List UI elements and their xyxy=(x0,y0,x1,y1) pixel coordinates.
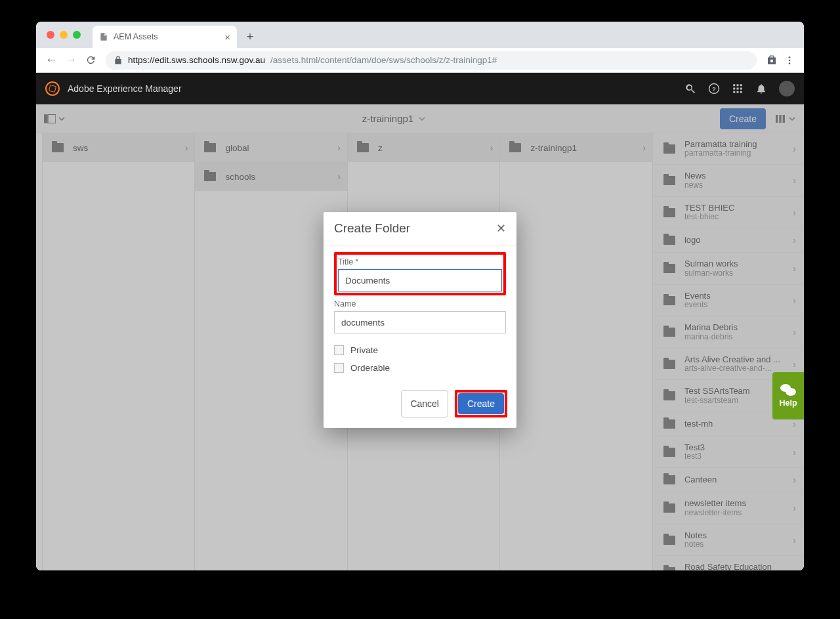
orderable-checkbox-row[interactable]: Orderable xyxy=(334,363,506,373)
url-field[interactable]: https://edit.sws.schools.nsw.gov.au/asse… xyxy=(106,51,757,70)
page-icon xyxy=(99,32,108,41)
dialog-create-button[interactable]: Create xyxy=(458,393,504,414)
svg-rect-13 xyxy=(740,91,742,93)
svg-rect-9 xyxy=(737,88,739,90)
reload-button[interactable] xyxy=(81,51,100,70)
browser-window: AEM Assets × + ← → https://edit.sws.scho… xyxy=(36,22,804,570)
apps-grid-icon[interactable] xyxy=(732,83,744,95)
dialog-close-icon[interactable]: ✕ xyxy=(496,221,506,236)
browser-tab[interactable]: AEM Assets × xyxy=(93,26,237,48)
forward-button[interactable]: → xyxy=(61,51,81,70)
dialog-title: Create Folder xyxy=(334,221,410,236)
maximize-window-icon[interactable] xyxy=(73,31,81,39)
user-avatar[interactable] xyxy=(779,81,795,96)
product-name: Adobe Experience Manager xyxy=(68,83,182,94)
chat-icon xyxy=(780,384,796,396)
highlight-title-field: Title * xyxy=(334,252,506,295)
account-icon[interactable] xyxy=(766,54,778,66)
address-bar: ← → https://edit.sws.schools.nsw.gov.au/… xyxy=(36,48,804,73)
tab-strip: AEM Assets × + xyxy=(36,22,804,48)
new-tab-button[interactable]: + xyxy=(241,28,259,46)
svg-text:?: ? xyxy=(712,85,716,93)
aem-logo-icon[interactable] xyxy=(45,81,60,96)
svg-rect-5 xyxy=(733,84,735,86)
name-input[interactable] xyxy=(334,311,506,333)
highlight-create-button: Create xyxy=(455,390,507,417)
title-input[interactable] xyxy=(338,269,502,291)
private-checkbox-row[interactable]: Private xyxy=(334,345,506,355)
checkbox-icon[interactable] xyxy=(334,345,344,355)
lock-icon xyxy=(114,56,123,65)
title-label: Title * xyxy=(338,257,502,267)
bell-icon[interactable] xyxy=(755,83,767,95)
tab-title: AEM Assets xyxy=(114,32,158,41)
svg-rect-6 xyxy=(737,84,739,86)
search-icon[interactable] xyxy=(684,83,696,95)
url-path: /assets.html/content/dam/doe/sws/schools… xyxy=(270,55,497,65)
help-icon[interactable]: ? xyxy=(708,83,720,95)
svg-rect-11 xyxy=(733,91,735,93)
svg-point-1 xyxy=(789,59,791,61)
checkbox-icon[interactable] xyxy=(334,363,344,373)
window-controls[interactable] xyxy=(43,22,85,48)
close-window-icon[interactable] xyxy=(47,31,54,39)
help-fab[interactable]: Help xyxy=(772,372,804,419)
svg-point-0 xyxy=(789,56,791,58)
minimize-window-icon[interactable] xyxy=(60,31,68,39)
tab-close-icon[interactable]: × xyxy=(224,32,230,43)
svg-rect-7 xyxy=(740,84,742,86)
aem-header: Adobe Experience Manager ? xyxy=(36,73,804,104)
cancel-button[interactable]: Cancel xyxy=(401,390,448,417)
svg-point-2 xyxy=(789,62,791,64)
url-host: https://edit.sws.schools.nsw.gov.au xyxy=(128,55,265,65)
create-folder-dialog: Create Folder ✕ Title * Name Private Ord… xyxy=(324,212,516,428)
back-button[interactable]: ← xyxy=(41,51,61,70)
name-label: Name xyxy=(334,299,506,309)
svg-rect-8 xyxy=(733,88,735,90)
svg-rect-12 xyxy=(737,91,739,93)
svg-rect-10 xyxy=(740,88,742,90)
chrome-menu-icon[interactable] xyxy=(784,55,795,66)
